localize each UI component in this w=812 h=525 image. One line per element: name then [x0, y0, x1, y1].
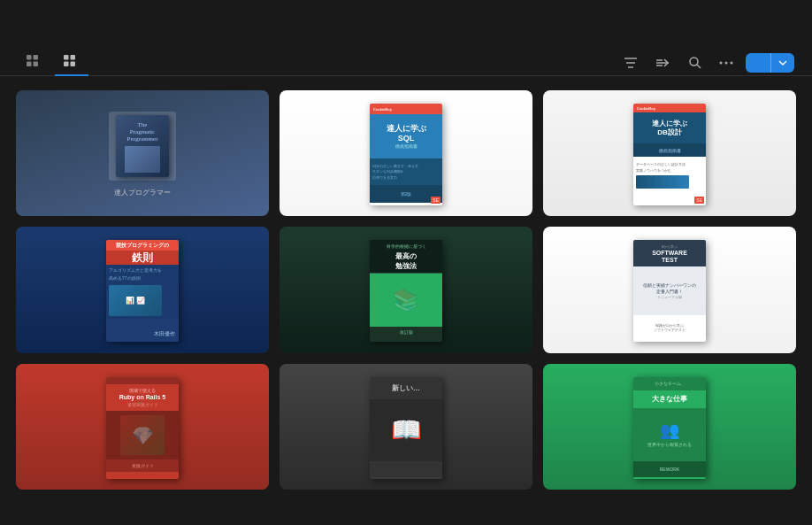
book-card-3[interactable]: CookieBoy 達人に学ぶDB設計 徹底指南書 データベースの正しい設計方法…	[543, 90, 796, 216]
svg-rect-2	[27, 62, 32, 67]
toolbar-tabs	[18, 50, 618, 75]
svg-rect-4	[64, 55, 69, 60]
filter-button[interactable]	[618, 50, 643, 75]
svg-line-15	[697, 65, 701, 68]
book-card-5[interactable]: 科学的根拠に基づく 最高の勉強法 📚 改訂版 科学的根拠に基づく最高の勉強法	[280, 227, 532, 352]
search-button[interactable]	[682, 50, 707, 75]
tab-gallery-icon	[64, 55, 75, 69]
book-gallery: ThePragmaticProgrammer 達人プログラマー 達人プログラマー…	[0, 76, 812, 504]
svg-rect-3	[34, 62, 39, 67]
book-cover-6: 0から学ぶ SOFTWARE TEST 信頼と実績ナンバーワンの定番入門書！ リ…	[543, 227, 796, 352]
svg-rect-5	[71, 55, 76, 60]
book-cover-7: 現場で使える Ruby on Rails 5 速習実践ガイド 💎 実践ガイド	[16, 364, 269, 490]
new-button-dropdown[interactable]	[770, 53, 794, 73]
book-cover-8: 新しい… 📖	[280, 364, 532, 490]
svg-rect-6	[64, 62, 69, 67]
more-button[interactable]	[714, 50, 739, 75]
book-card-4[interactable]: 競技プログラミングの 鉄則 アルゴリズム力と思考力を 高める77の鉄則 📊 📈 …	[16, 227, 269, 352]
book-card-7[interactable]: 現場で使える Ruby on Rails 5 速習実践ガイド 💎 実践ガイド R…	[16, 364, 269, 490]
book-card-8[interactable]: 新しい… 📖 新しい…	[280, 364, 532, 490]
svg-point-18	[731, 61, 733, 64]
book-card-6[interactable]: 0から学ぶ SOFTWARE TEST 信頼と実績ナンバーワンの定番入門書！ リ…	[543, 227, 796, 352]
book-card-9[interactable]: 小さなチーム、 大きな仕事 👥 世界中から称賛される REWORK 小さなチーム…	[543, 364, 796, 490]
book-cover-1: ThePragmaticProgrammer 達人プログラマー	[16, 90, 269, 216]
book-cover-9: 小さなチーム、 大きな仕事 👥 世界中から称賛される REWORK	[543, 364, 796, 490]
tab-gallery[interactable]	[55, 50, 88, 76]
svg-rect-7	[71, 62, 76, 67]
book-cover-4: 競技プログラミングの 鉄則 アルゴリズム力と思考力を 高める77の鉄則 📊 📈 …	[16, 227, 269, 352]
svg-rect-1	[34, 55, 39, 60]
book-cover-2: CookieBoy 達人に学ぶSQL 徹底指南書 SQLの正しい書き方・考え方 …	[280, 90, 532, 216]
toolbar-actions	[618, 50, 794, 75]
svg-point-17	[725, 61, 728, 64]
svg-point-16	[720, 61, 723, 64]
toolbar	[0, 42, 812, 76]
book-cover-5: 科学的根拠に基づく 最高の勉強法 📚 改訂版	[280, 227, 532, 352]
svg-rect-0	[27, 55, 32, 60]
book-cover-3: CookieBoy 達人に学ぶDB設計 徹底指南書 データベースの正しい設計方法…	[543, 90, 796, 216]
new-button-container	[746, 53, 794, 73]
add-tab-button[interactable]	[92, 51, 115, 74]
sort-button[interactable]	[650, 50, 675, 75]
svg-point-14	[690, 58, 698, 66]
app-icon	[18, 11, 50, 42]
app-header	[0, 0, 812, 42]
tab-default[interactable]	[18, 50, 51, 76]
book-card-1[interactable]: ThePragmaticProgrammer 達人プログラマー 達人プログラマー	[16, 90, 269, 216]
new-button[interactable]	[746, 58, 770, 67]
tab-default-icon	[27, 55, 38, 69]
book-card-2[interactable]: CookieBoy 達人に学ぶSQL 徹底指南書 SQLの正しい書き方・考え方 …	[280, 90, 532, 216]
